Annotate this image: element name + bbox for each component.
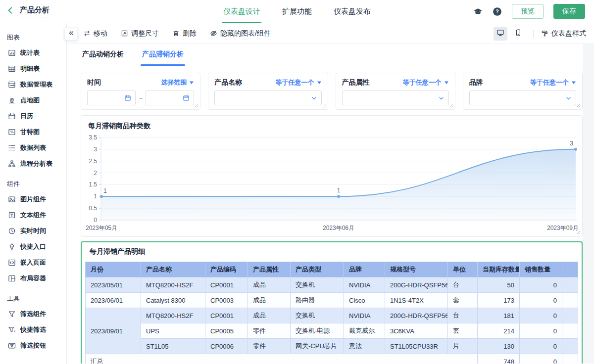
move-icon <box>83 30 91 37</box>
embed-icon <box>8 259 16 267</box>
select-input[interactable] <box>214 91 321 105</box>
back-button[interactable] <box>6 6 15 17</box>
toolbar-action-move[interactable]: 移动 <box>83 29 107 38</box>
table-cell: ST1L05CPU33R <box>385 339 448 354</box>
resize-handle-icon[interactable] <box>576 230 581 235</box>
table-cell <box>562 323 578 339</box>
sidebar-item-clock[interactable]: 实时时间 <box>0 223 66 239</box>
toolbar-action-eye-off[interactable]: 隐藏的图表/组件 <box>210 29 271 38</box>
svg-text:0.5: 0.5 <box>89 205 97 212</box>
dashboard-style-button[interactable]: 仪表盘样式 <box>541 29 586 38</box>
sidebar-item-filter-button[interactable]: 筛选按钮 <box>0 338 66 354</box>
sidebar-section-title: 工具 <box>0 291 66 306</box>
svg-text:?: ? <box>495 8 499 14</box>
image-icon <box>8 195 16 203</box>
filter-label: 品牌 <box>469 78 483 87</box>
table-column-header: 单位 <box>448 262 478 277</box>
filter-card[interactable]: 产品属性 等于任意一个 <box>336 73 455 110</box>
header-right: ? 预览 保存 <box>473 4 594 19</box>
filter-operator-dropdown[interactable]: 等于任意一个 <box>403 78 449 87</box>
date-input[interactable] <box>87 91 136 105</box>
dashboard-canvas: 产品动销分析产品滞销分析 时间 选择范围 ~ 产品名称 等于任意一个 产品属性 … <box>67 44 594 364</box>
sidebar-item-embed[interactable]: 嵌入页面 <box>0 255 66 271</box>
stat-table-icon <box>8 49 16 57</box>
toolbar-action-resize[interactable]: 调整尺寸 <box>121 29 159 38</box>
sidebar-item-shortcut[interactable]: 快捷入口 <box>0 239 66 255</box>
filter-card[interactable]: 时间 选择范围 ~ <box>81 73 200 110</box>
chevron-down-icon <box>565 95 572 101</box>
preview-button[interactable]: 预览 <box>512 4 544 19</box>
device-toggle-desktop[interactable] <box>494 27 507 41</box>
quick-filter-icon <box>8 326 16 334</box>
sidebar-item-layout[interactable]: 布局容器 <box>0 271 66 286</box>
sidebar-item-label: 点地图 <box>20 96 40 105</box>
select-input[interactable] <box>469 91 576 105</box>
chart-panel[interactable]: 每月滞销商品种类数 00.511.522.533.51132023年05月202… <box>81 115 583 237</box>
sidebar-item-filter[interactable]: 筛选组件 <box>0 306 66 322</box>
chevron-down-icon <box>311 95 317 101</box>
sidebar-section: 组件 图片组件 文本组件 实时时间 快捷入口 嵌入页面 布局容器 <box>0 177 66 286</box>
clock-icon <box>8 227 16 235</box>
select-input[interactable] <box>342 91 449 105</box>
date-input[interactable] <box>146 91 194 105</box>
sidebar-item-label: 快捷筛选 <box>20 325 46 334</box>
svg-text:3.5: 3.5 <box>89 134 97 141</box>
header-tab[interactable]: 扩展功能 <box>282 0 312 23</box>
table-cell: CP0006 <box>205 339 248 354</box>
sidebar-item-label: 明细表 <box>20 64 40 73</box>
toolbar-action-trash[interactable]: 删除 <box>172 29 197 38</box>
sidebar-item-flow-analysis[interactable]: 流程分析表 <box>0 156 66 172</box>
sidebar-section: 图表 统计表 明细表 数据管理表 点地图 日历 甘特图 数据列表 <box>0 30 66 172</box>
point-map-icon <box>8 96 16 104</box>
layout-icon <box>8 274 16 282</box>
filter-operator-dropdown[interactable]: 选择范围 <box>161 78 194 87</box>
caret-down-icon <box>317 80 322 85</box>
sidebar-item-calendar[interactable]: 日历 <box>0 108 66 124</box>
sidebar-item-detail-table[interactable]: 明细表 <box>0 61 66 77</box>
sidebar-collapse-button[interactable] <box>64 28 78 41</box>
sidebar-item-image[interactable]: 图片组件 <box>0 191 66 207</box>
sidebar-item-stat-table[interactable]: 统计表 <box>0 45 66 61</box>
graduation-cap-icon[interactable] <box>473 7 483 16</box>
table-cell: 片 <box>448 339 478 354</box>
sidebar-item-quick-filter[interactable]: 快捷筛选 <box>0 322 66 338</box>
filter-operator-dropdown[interactable]: 等于任意一个 <box>530 78 576 87</box>
header-tab[interactable]: 仪表盘发布 <box>334 0 371 23</box>
resize-handle-icon[interactable] <box>194 103 198 108</box>
dashboard-page-tab[interactable]: 产品滞销分析 <box>142 50 184 66</box>
svg-text:2023年05月: 2023年05月 <box>86 225 117 231</box>
table-cell: 200G-HDR-QSFP56 <box>385 277 448 293</box>
resize-handle-icon[interactable] <box>576 103 581 108</box>
sidebar-item-label: 布局容器 <box>20 274 46 283</box>
svg-text:1: 1 <box>103 187 107 194</box>
caret-down-icon <box>189 80 194 85</box>
table-panel-selected[interactable]: 每月滞销产品明细 月份产品名称产品编码产品属性产品类型品牌规格型号单位当期库存数… <box>81 241 583 364</box>
toolbar-action-label: 移动 <box>94 29 107 38</box>
table-column-header: 产品名称 <box>141 262 205 277</box>
header-tab[interactable]: 仪表盘设计 <box>223 0 260 23</box>
resize-handle-icon[interactable] <box>449 103 453 108</box>
filter-operator-dropdown[interactable]: 等于任意一个 <box>276 78 322 87</box>
filter-card[interactable]: 品牌 等于任意一个 <box>463 73 583 110</box>
table-column-header: 规格型号 <box>385 262 448 277</box>
dashboard-page-tabs: 产品动销分析产品滞销分析 <box>67 44 583 66</box>
sidebar-item-gantt[interactable]: 甘特图 <box>0 124 66 140</box>
device-toggle-mobile[interactable] <box>511 27 525 41</box>
sidebar-item-data-manage-table[interactable]: 数据管理表 <box>0 77 66 92</box>
save-button[interactable]: 保存 <box>553 4 585 19</box>
desktop-icon <box>496 29 504 39</box>
text-icon <box>8 211 16 219</box>
filter-card[interactable]: 产品名称 等于任意一个 <box>208 73 328 110</box>
dashboard-page-tab[interactable]: 产品动销分析 <box>82 50 124 66</box>
sidebar-item-point-map[interactable]: 点地图 <box>0 92 66 108</box>
table-cell: 0 <box>520 293 562 308</box>
calendar-icon <box>8 112 16 120</box>
table-cell: 50 <box>478 277 520 293</box>
sidebar-item-data-list[interactable]: 数据列表 <box>0 140 66 156</box>
sidebar-item-text[interactable]: 文本组件 <box>0 207 66 223</box>
sidebar-section-title: 图表 <box>0 30 66 45</box>
help-icon[interactable]: ? <box>493 7 502 16</box>
resize-handle-icon[interactable] <box>322 103 326 108</box>
svg-text:2.5: 2.5 <box>89 158 97 165</box>
calendar-icon <box>124 94 131 101</box>
